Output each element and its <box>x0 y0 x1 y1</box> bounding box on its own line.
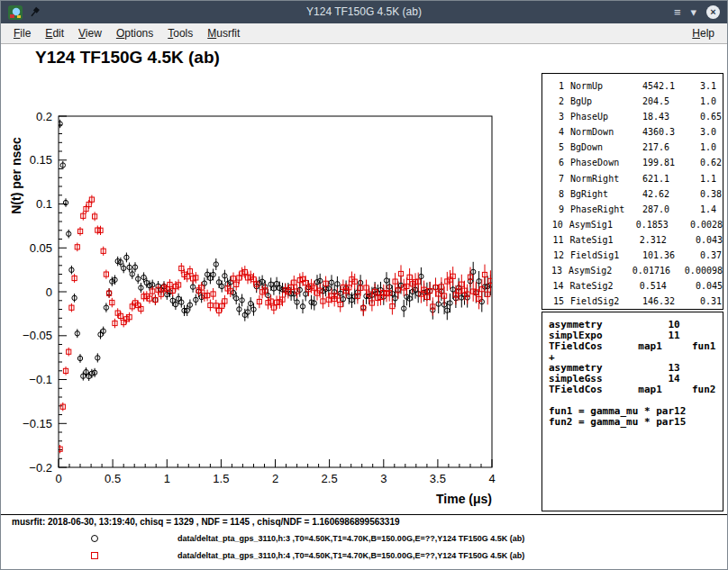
parameter-row: 2BgUp204.51.0 <box>549 94 723 109</box>
fit-stats: musrfit: 2018-06-30, 13:19:40, chisq = 1… <box>12 517 400 527</box>
parameter-row: 8BgRight42.620.38 <box>549 186 723 202</box>
parameter-row: 4NormDown4360.33.0 <box>549 124 723 140</box>
circle-marker-icon <box>91 535 98 542</box>
parameter-row: 6PhaseDown199.810.62 <box>549 155 723 170</box>
svg-text:3: 3 <box>380 472 387 485</box>
parameter-row: 12FieldSig1101.360.37 <box>549 248 723 263</box>
parameter-row: 5BgDown217.61.0 <box>549 140 723 155</box>
menu-edit[interactable]: Edit <box>38 24 71 42</box>
menu-view[interactable]: View <box>71 24 109 42</box>
theory-line: TFieldCos map1 fun2 <box>549 385 723 395</box>
svg-text:Time (μs): Time (μs) <box>436 492 492 506</box>
legend-label: data/deltat_pta_gps_3110,h:4 ,T0=4.50K,T… <box>177 551 524 560</box>
app-icon[interactable] <box>8 5 23 20</box>
svg-text:0: 0 <box>46 285 52 299</box>
svg-text:0: 0 <box>55 472 61 485</box>
parameter-row: 10AsymSig10.18530.0028 <box>549 217 723 232</box>
parameter-row: 1NormUp4542.13.1 <box>549 78 723 94</box>
svg-text:−0.1: −0.1 <box>29 373 52 386</box>
plot-title: Y124 TF150G 4.5K (ab) <box>35 48 220 68</box>
legend-item-h4: data/deltat_pta_gps_3110,h:4 ,T0=4.50K,T… <box>91 549 524 562</box>
musrview-window: Y124 TF150G 4.5K (ab) ≡ ▾ × File Edit Vi… <box>0 0 728 570</box>
titlebar: Y124 TF150G 4.5K (ab) ≡ ▾ × <box>1 1 727 23</box>
svg-text:−0.15: −0.15 <box>23 417 52 430</box>
svg-text:−0.05: −0.05 <box>23 329 52 342</box>
legend-item-h3: data/deltat_pta_gps_3110,h:3 ,T0=4.50K,T… <box>91 532 524 545</box>
parameter-row: 9PhaseRight287.01.4 <box>549 202 723 217</box>
svg-text:0.2: 0.2 <box>36 110 52 123</box>
svg-text:0.1: 0.1 <box>36 197 52 211</box>
window-menu-icon[interactable]: ≡ <box>674 5 681 19</box>
parameter-row: 11RateSig12.3120.043 <box>549 232 723 248</box>
parameter-row: 15FieldSig2146.320.31 <box>549 294 723 309</box>
shade-icon[interactable]: ▾ <box>690 5 696 19</box>
svg-text:0.15: 0.15 <box>30 153 52 167</box>
svg-text:3.5: 3.5 <box>430 472 446 485</box>
root-canvas: Y124 TF150G 4.5K (ab) 00.511.522.533.54−… <box>1 44 727 570</box>
menu-help[interactable]: Help <box>685 24 722 42</box>
musr-asymmetry-plot[interactable]: 00.511.522.533.54−0.2−0.15−0.1−0.0500.05… <box>1 86 541 523</box>
window-title: Y124 TF150G 4.5K (ab) <box>1 1 727 23</box>
parameter-table: 1NormUp4542.13.12BgUp204.51.03PhaseUp18.… <box>541 73 723 310</box>
svg-text:0.5: 0.5 <box>105 472 121 485</box>
close-icon[interactable]: × <box>706 5 720 19</box>
menubar: File Edit View Options Tools Musrfit Hel… <box>1 23 727 44</box>
svg-text:1.5: 1.5 <box>213 472 229 485</box>
theory-line: TFieldCos map1 fun1 <box>549 341 723 352</box>
legend-label: data/deltat_pta_gps_3110,h:3 ,T0=4.50K,T… <box>177 534 524 543</box>
theory-box: asymmetry 10simplExpo 11TFieldCos map1 f… <box>541 312 723 511</box>
svg-text:−0.2: −0.2 <box>29 461 52 475</box>
theory-line: fun2 = gamma_mu * par15 <box>549 417 723 428</box>
parameter-row: 7NormRight621.11.1 <box>549 171 723 186</box>
svg-text:2.5: 2.5 <box>322 472 338 485</box>
menu-options[interactable]: Options <box>109 24 160 42</box>
parameter-row: 13AsymSig20.017160.00098 <box>549 263 723 278</box>
svg-text:1: 1 <box>164 472 170 485</box>
svg-text:N(t) per nsec: N(t) per nsec <box>9 137 23 214</box>
parameter-row: 14RateSig20.5140.045 <box>549 278 723 294</box>
parameter-row: 3PhaseUp18.430.65 <box>549 109 723 124</box>
menu-musrfit[interactable]: Musrfit <box>200 24 247 42</box>
menu-tools[interactable]: Tools <box>160 24 200 42</box>
square-marker-icon <box>91 552 98 559</box>
pin-icon[interactable] <box>29 6 41 18</box>
menu-file[interactable]: File <box>6 24 38 42</box>
info-separator <box>1 514 727 515</box>
svg-text:2: 2 <box>272 472 278 485</box>
svg-text:0.05: 0.05 <box>30 241 52 255</box>
svg-text:4: 4 <box>488 472 495 485</box>
